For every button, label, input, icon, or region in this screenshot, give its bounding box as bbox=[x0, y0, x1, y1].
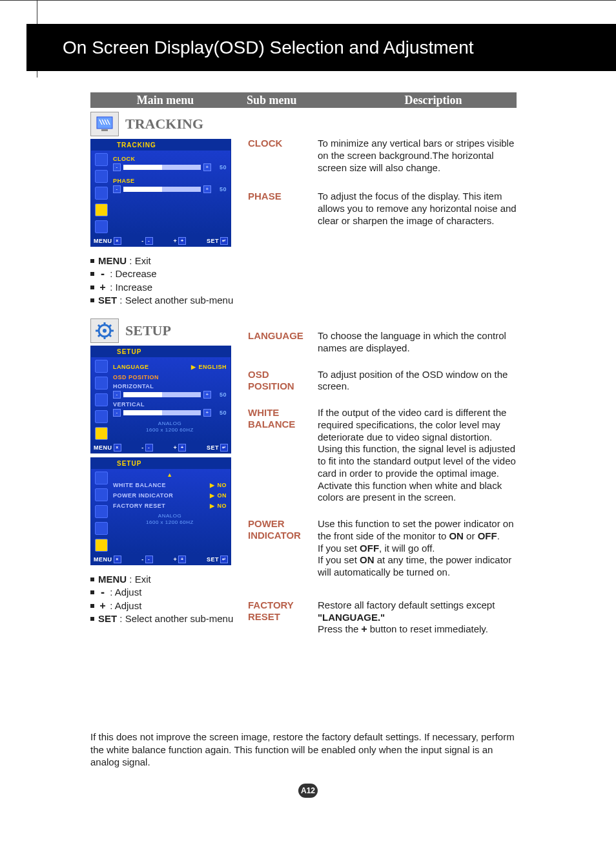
osd-side-icon-selected bbox=[95, 203, 108, 216]
tracking-descriptions: CLOCK To minimize any vertical bars or s… bbox=[248, 130, 519, 227]
bullet-icon bbox=[90, 286, 94, 289]
page-title: On Screen Display(OSD) Selection and Adj… bbox=[63, 37, 474, 58]
svg-rect-1 bbox=[101, 129, 108, 131]
page-number-badge: A12 bbox=[298, 784, 318, 798]
legend-minus-text: : Decrease bbox=[107, 268, 157, 279]
osd-side-icon-selected bbox=[95, 539, 108, 552]
minus-icon: - bbox=[145, 444, 153, 452]
osd-info-line2: 1600 x 1200 60HZ bbox=[113, 427, 227, 433]
osd-footer-set-label: SET bbox=[207, 238, 219, 244]
osd-footer-minus-label: - bbox=[141, 238, 144, 244]
tracking-osd-screenshot: TRACKING CLOCK - bbox=[90, 139, 231, 247]
power-indicator-text: If you set bbox=[318, 543, 360, 554]
plus-icon: + bbox=[178, 556, 186, 563]
enter-icon: ↵ bbox=[220, 444, 228, 452]
bullet-icon bbox=[90, 272, 94, 276]
setup-osd-screenshot-1: SETUP LANGUAGE ▶ENGLISH OSD bbox=[90, 346, 231, 453]
legend-plus-label: + bbox=[98, 281, 107, 294]
legend-set-label: SET bbox=[98, 295, 117, 306]
text-on: ON bbox=[449, 530, 464, 541]
osd-footer-set: SET↵ bbox=[207, 237, 228, 245]
minus-icon: - bbox=[113, 409, 121, 417]
osd-info-line1: ANALOG bbox=[113, 513, 227, 519]
osd-clock-label: CLOCK bbox=[113, 156, 136, 162]
legend-row: - : Decrease bbox=[90, 267, 517, 280]
arrow-right-icon: ▶ bbox=[210, 492, 215, 499]
osd-clock-value: 50 bbox=[214, 164, 227, 171]
osd-footer-minus-label: - bbox=[141, 444, 144, 451]
osd-main-column: LANGUAGE ▶ENGLISH OSD POSITION HORIZONTA… bbox=[109, 360, 227, 440]
tracking-title: TRACKING bbox=[125, 116, 203, 132]
osd-white-balance-label: WHITE BALANCE bbox=[113, 482, 166, 488]
clock-description: To minimize any vertical bars or stripes… bbox=[318, 138, 519, 174]
power-indicator-text: or bbox=[464, 530, 478, 541]
minus-icon: - bbox=[113, 163, 121, 171]
osd-title: SETUP bbox=[91, 458, 231, 469]
setup-section: SETUP SETUP LANGUAGE ▶ bbox=[90, 318, 517, 625]
osd-side-icon bbox=[95, 472, 108, 484]
column-header-main: Main menu bbox=[90, 94, 240, 107]
legend-set-text: : Select another sub-menu bbox=[117, 613, 233, 624]
osd-main-column: CLOCK - + 50 PHASE - bbox=[109, 153, 227, 233]
factory-reset-row: FACTORY RESET Restore all factory defaul… bbox=[248, 599, 519, 636]
legend-minus-label: - bbox=[98, 586, 107, 599]
osd-side-icon bbox=[95, 522, 108, 535]
osd-footer-plus-label: + bbox=[173, 556, 177, 563]
osd-footer-menu-label: MENU bbox=[94, 444, 112, 451]
legend-row: MENU : Exit bbox=[90, 255, 517, 267]
osd-position-description: To adjust position of the OSD window on … bbox=[318, 369, 519, 393]
osd-footer-menu: MENU× bbox=[94, 237, 121, 245]
osd-footer-set: SET↵ bbox=[207, 444, 228, 452]
osd-body: ▲ WHITE BALANCE ▶NO POWER INDICATOR ▶ON … bbox=[91, 469, 231, 554]
setup-descriptions: LANGUAGE To choose the language in which… bbox=[248, 322, 519, 636]
osd-info: ANALOG 1600 x 1200 60HZ bbox=[113, 513, 227, 525]
plus-icon: + bbox=[203, 391, 211, 399]
bullet-icon bbox=[90, 578, 94, 581]
osd-clock-slider: - + 50 bbox=[113, 163, 227, 171]
slider-track bbox=[123, 410, 201, 415]
osd-info: ANALOG 1600 x 1200 60HZ bbox=[113, 421, 227, 433]
osd-factory-reset-row: FACTORY RESET ▶NO bbox=[113, 503, 227, 509]
arrow-right-icon: ▶ bbox=[210, 503, 215, 509]
osd-white-balance-value: NO bbox=[218, 482, 227, 488]
svg-rect-0 bbox=[97, 117, 112, 129]
svg-point-3 bbox=[103, 329, 107, 333]
svg-line-8 bbox=[98, 325, 100, 327]
osd-phase-label: PHASE bbox=[113, 178, 135, 184]
clock-row: CLOCK To minimize any vertical bars or s… bbox=[248, 138, 519, 174]
svg-line-11 bbox=[98, 335, 100, 337]
osd-power-indicator-value: ON bbox=[218, 492, 227, 499]
minus-icon: - bbox=[145, 237, 153, 245]
arrow-right-icon: ▶ bbox=[210, 482, 215, 488]
osd-footer-set-label: SET bbox=[207, 444, 219, 451]
factory-reset-text: Restore all factory default settings exc… bbox=[318, 599, 495, 610]
osd-horizontal-row: HORIZONTAL - + 50 bbox=[113, 383, 227, 399]
setup-osd-screenshot-2: SETUP ▲ WHITE BALANCE ▶NO bbox=[90, 457, 231, 565]
content-area: Main menu Sub menu Description TRACKING … bbox=[90, 92, 517, 625]
phase-sub-label: PHASE bbox=[248, 191, 318, 227]
osd-white-balance-row: WHITE BALANCE ▶NO bbox=[113, 482, 227, 488]
svg-line-10 bbox=[109, 325, 111, 327]
setup-title: SETUP bbox=[125, 322, 171, 339]
bullet-icon bbox=[90, 259, 94, 263]
osd-side-icons bbox=[94, 360, 109, 440]
language-row: LANGUAGE To choose the language in which… bbox=[248, 330, 519, 355]
svg-line-9 bbox=[109, 335, 111, 337]
language-description: To choose the language in which the cont… bbox=[318, 330, 519, 355]
osd-footer: MENU× -- ++ SET↵ bbox=[91, 236, 231, 246]
plus-symbol: + bbox=[362, 623, 367, 635]
tracking-icon bbox=[90, 112, 119, 136]
osd-footer-minus: -- bbox=[141, 556, 153, 563]
osd-footer-menu-label: MENU bbox=[94, 556, 112, 563]
osd-footer-menu: MENU× bbox=[94, 556, 121, 563]
osd-title: SETUP bbox=[91, 346, 231, 357]
osd-footer-menu-label: MENU bbox=[94, 238, 112, 244]
osd-side-icon bbox=[95, 220, 108, 233]
plus-icon: + bbox=[203, 163, 211, 171]
text-off: OFF bbox=[360, 543, 379, 554]
osd-factory-reset-label: FACTORY RESET bbox=[113, 503, 165, 509]
osd-footer-set: SET↵ bbox=[207, 556, 228, 563]
text-off: OFF bbox=[478, 530, 497, 541]
osd-clock-row: CLOCK - + 50 bbox=[113, 156, 227, 171]
minus-icon: - bbox=[113, 185, 121, 193]
